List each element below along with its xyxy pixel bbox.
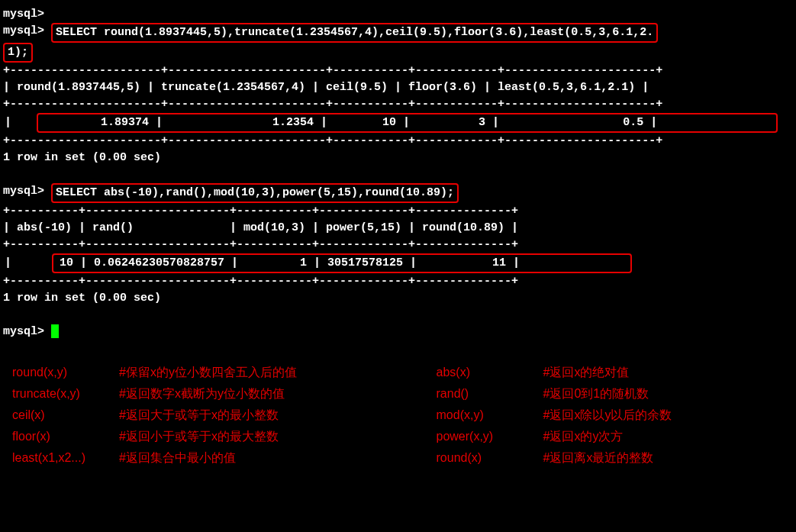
prompt: mysql> [3,185,44,198]
table1-sep-bot: +----------------------+----------------… [3,133,793,150]
table2-row: | 10 | 0.06246230570828757 | 1 | 3051757… [5,255,627,272]
query1-text-b: 1); [8,46,28,59]
fn-desc: #返回x的绝对值 [543,362,785,383]
table2-row-box: | 10 | 0.06246230570828757 | 1 | 3051757… [52,253,632,273]
fn-desc: #返回x除以y以后的余数 [543,405,785,426]
note-row: mod(x,y)#返回x除以y以后的余数 [437,405,785,426]
prompt-cursor-line[interactable]: mysql> [3,324,793,340]
fn-name: rand() [437,383,543,405]
annotation-notes: round(x,y)#保留x的y位小数四舍五入后的值 truncate(x,y)… [3,362,793,469]
note-row: rand()#返回0到1的随机数 [437,383,785,405]
fn-name: ceil(x) [12,405,119,426]
fn-desc: #返回小于或等于x的最大整数 [119,426,360,447]
prompt-line: mysql> [3,6,793,23]
query1-box-b: 1); [3,43,33,63]
fn-desc: #返回0到1的随机数 [543,383,785,405]
spacer [3,307,793,324]
note-row: round(x,y)#保留x的y位小数四舍五入后的值 [12,362,360,383]
fn-name: abs(x) [437,362,543,383]
fn-name: floor(x) [12,426,119,447]
note-row: floor(x)#返回小于或等于x的最大整数 [12,426,360,447]
fn-desc: #返回大于或等于x的最小整数 [119,405,360,426]
fn-name: mod(x,y) [437,405,543,426]
table2-sep-bot: +----------+---------------------+------… [3,273,793,290]
table2-sep-mid: +----------+---------------------+------… [3,237,793,253]
table1-status: 1 row in set (0.00 sec) [3,150,793,166]
table1-row-box: | 1.89374 | 1.2354 | 10 | 3 | 0.5 | [37,113,778,133]
note-row: least(x1,x2...)#返回集合中最小的值 [12,447,360,469]
fn-name: least(x1,x2...) [12,447,119,469]
cursor-icon [51,324,59,338]
query2-box: SELECT abs(-10),rand(),mod(10,3),power(5… [51,183,459,203]
table1-header: | round(1.8937445,5) | truncate(1.235456… [3,79,793,96]
query2-line: mysql> SELECT abs(-10),rand(),mod(10,3),… [3,183,793,203]
query1-line-a: mysql> SELECT round(1.8937445,5),truncat… [3,23,793,43]
table2-header: | abs(-10) | rand() | mod(10,3) | power(… [3,220,793,237]
table1-sep-top: +----------------------+----------------… [3,63,793,79]
fn-desc: #保留x的y位小数四舍五入后的值 [119,362,360,383]
query1-text-a: SELECT round(1.8937445,5),truncate(1.235… [56,26,653,39]
fn-name: truncate(x,y) [12,383,119,405]
fn-name: power(x,y) [437,426,543,447]
prompt: mysql> [3,24,44,37]
spacer [3,166,793,183]
fn-desc: #返回离x最近的整数 [543,447,785,469]
prompt: mysql> [3,325,44,338]
fn-name: round(x) [437,447,543,469]
fn-name: round(x,y) [12,362,119,383]
note-row: abs(x)#返回x的绝对值 [437,362,785,383]
note-row: truncate(x,y)#返回数字x截断为y位小数的值 [12,383,360,405]
table1-sep-mid: +----------------------+----------------… [3,96,793,113]
table1-row: | 1.89374 | 1.2354 | 10 | 3 | 0.5 | [5,114,773,131]
note-row: power(x,y)#返回x的y次方 [437,426,785,447]
note-row: round(x)#返回离x最近的整数 [437,447,785,469]
table2-status: 1 row in set (0.00 sec) [3,290,793,307]
query1-box-a: SELECT round(1.8937445,5),truncate(1.235… [51,23,658,43]
notes-left: round(x,y)#保留x的y位小数四舍五入后的值 truncate(x,y)… [12,362,360,469]
fn-desc: #返回数字x截断为y位小数的值 [119,383,360,405]
fn-desc: #返回x的y次方 [543,426,785,447]
prompt: mysql> [3,8,44,21]
note-row: ceil(x)#返回大于或等于x的最小整数 [12,405,360,426]
notes-right: abs(x)#返回x的绝对值 rand()#返回0到1的随机数 mod(x,y)… [437,362,785,469]
query2-text: SELECT abs(-10),rand(),mod(10,3),power(5… [56,186,454,199]
fn-desc: #返回集合中最小的值 [119,447,360,469]
table2-sep-top: +----------+---------------------+------… [3,203,793,220]
query1-line-b: 1); [3,43,793,63]
